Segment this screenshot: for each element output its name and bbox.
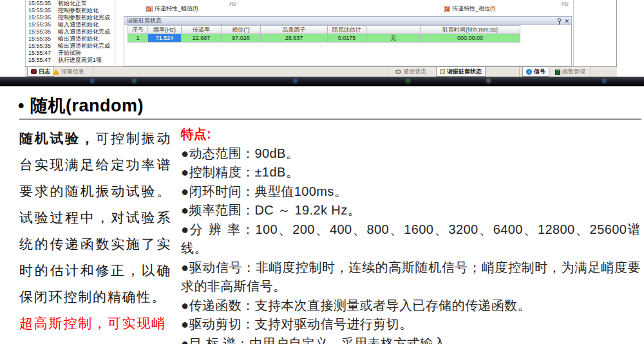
signal-info-icon: i: [526, 69, 532, 75]
log-time: 15:55:35: [28, 21, 54, 28]
log-message: 开始试验: [58, 50, 81, 57]
log-entry: 15:55:35输入通道初始化: [26, 21, 115, 28]
feature-item: ●目 标 谱：由用户自定义，采用表格方式输入: [181, 334, 641, 344]
log-time: 15:55:47: [28, 57, 54, 64]
cell-phase[interactable]: 97.028: [222, 34, 261, 43]
feature-item: ●动态范围：90dB。: [181, 144, 641, 164]
cell-index[interactable]: 1: [128, 34, 148, 43]
log-entry: 15:55:35控制参数初始化完成: [26, 14, 115, 21]
cell-transmissibility[interactable]: 22.667: [182, 34, 222, 43]
log-icon: [31, 69, 37, 74]
log-entry: 15:55:35输入通道初始化完成: [26, 28, 115, 35]
tab-label: 函数管理: [562, 68, 585, 76]
cell-frequency-selected[interactable]: 71.524: [148, 34, 182, 43]
log-message: 控制参数初始化: [58, 7, 99, 14]
log-time: 15:55:35: [28, 0, 54, 7]
intro-column: 随机试验，可控制振动台实现满足给定功率谱要求的随机振动试验。试验过程中，对试验系…: [19, 125, 171, 336]
feature-item: ●控制精度：±1dB。: [181, 163, 641, 182]
tab-function-manager[interactable]: 函数管理: [552, 67, 589, 77]
intro-body-text: 可控制振动台实现满足给定功率谱要求的随机振动试验。试验过程中，对试验系统的传递函…: [19, 131, 171, 304]
log-message: 输出通道初始化: [58, 35, 99, 43]
intro-highlight-red: 超高斯控制，可实现峭: [19, 310, 171, 336]
phase-legend-label: 传递特性_相位(f): [452, 5, 496, 13]
tab-label: 日志: [39, 68, 50, 76]
tab-signal[interactable]: i 信号: [522, 67, 549, 77]
col-header[interactable]: [366, 26, 421, 34]
taskbar-item-icon[interactable]: [132, 79, 137, 83]
table-row: 1 71.524 22.667 97.028 28.637 0.0175 无 0…: [128, 34, 520, 43]
log-message: 控制参数初始化完成: [58, 14, 110, 21]
cell-extra[interactable]: 无: [366, 34, 421, 43]
resonance-status-icon: [440, 69, 445, 74]
empty-side-panel: [573, 0, 617, 66]
tab-label: 报警信息: [61, 68, 84, 76]
panel-titlebar: 谐振驻留状态 ✕: [124, 17, 571, 25]
tab-label: 谐振驻留状态: [447, 68, 482, 76]
cell-dwell-time[interactable]: 000:00:00: [421, 34, 520, 43]
feature-item: ●频率范围：DC ～ 19.2k Hz。: [181, 201, 641, 220]
log-time: 15:55:35: [28, 7, 54, 14]
log-time: 15:55:35: [28, 28, 54, 35]
table-header-row: 序号 频率(Hz) 传递率 相位(°) 品质因子 阻尼比估计 驻留时间(hhh:…: [128, 26, 520, 34]
channel-status-icon: [395, 70, 401, 74]
close-icon[interactable]: ✕: [564, 18, 569, 24]
panel-title: 谐振驻留状态: [127, 17, 162, 24]
software-screenshot: 15:55:35初始化正常 15:55:35控制参数初始化 15:55:35控制…: [0, 0, 644, 86]
section-title-text: 随机(random): [30, 96, 144, 115]
log-entry: 15:55:35初始化正常: [26, 0, 115, 7]
log-message: 输出通道初始化完成: [58, 43, 110, 50]
features-column: 特点: ●动态范围：90dB。 ●控制精度：±1dB。 ●闭环时间：典型值100…: [181, 125, 641, 344]
taskbar-item-icon[interactable]: [90, 79, 95, 83]
x-axis-unit-left: Hz: [229, 1, 236, 7]
x-axis-unit-right: Hz: [562, 1, 569, 7]
log-message: 执行进度表第1项: [58, 57, 102, 64]
feature-item: ●分 辨 率：100、200、400、800、1600、3200、6400、12…: [181, 220, 641, 258]
log-time: 15:55:35: [28, 43, 54, 50]
bullet-marker: •: [18, 96, 24, 115]
tab-channel-status[interactable]: 通道状态: [392, 67, 430, 77]
feature-item: ●传递函数：支持本次直接测量或者导入已存储的传递函数。: [181, 296, 641, 316]
resonance-dwell-panel: 谐振驻留状态 ✕ 序号 频率(Hz) 传递率 相位(°) 品质因子 阻尼比估计 …: [124, 16, 572, 66]
taskbar-item-icon[interactable]: [486, 79, 491, 83]
log-entry: 15:55:35输出通道初始化完成: [26, 43, 115, 50]
page: 15:55:35初始化正常 15:55:35控制参数初始化 15:55:35控制…: [0, 0, 644, 344]
tab-alarm-info[interactable]: 报警信息: [50, 67, 88, 77]
col-header[interactable]: 序号: [128, 26, 148, 34]
col-header[interactable]: 品质因子: [261, 26, 328, 34]
intro-lead-bold: 随机试验，: [19, 131, 95, 146]
resonance-table: 序号 频率(Hz) 传递率 相位(°) 品质因子 阻尼比估计 驻留时间(hhh:…: [128, 25, 520, 43]
section-title: •随机(random): [18, 94, 144, 117]
col-header[interactable]: 阻尼比估计: [328, 26, 366, 34]
tab-label: 信号: [534, 68, 545, 76]
taskbar-item-icon[interactable]: [406, 79, 410, 83]
dock-tabstrip: 日志 报警信息 通道状态 谐振驻留状态 i 信号: [25, 66, 617, 77]
phase-checkbox[interactable]: ✓: [444, 6, 450, 12]
feature-item: ●驱动信号：非峭度控制时，连续的高斯随机信号；峭度控制时，为满足峭度要求的非高斯…: [181, 258, 641, 296]
col-header[interactable]: 频率(Hz): [148, 26, 182, 34]
warning-icon: [53, 69, 59, 75]
log-entry: 15:55:47开始试验: [26, 50, 115, 57]
log-time: 15:55:35: [28, 35, 54, 43]
function-manager-icon: [555, 70, 560, 75]
log-time: 15:55:47: [28, 50, 54, 57]
log-message: 输入通道初始化: [58, 21, 99, 28]
col-header[interactable]: 驻留时间(hhh:mm:ss): [421, 26, 520, 34]
log-entry: 15:55:35输出通道初始化: [26, 35, 115, 43]
taskbar-item-icon[interactable]: [602, 79, 607, 83]
amplitude-checkbox[interactable]: ✓: [146, 6, 153, 12]
log-entry: 15:55:47执行进度表第1项: [26, 57, 115, 64]
log-entry: 15:55:35控制参数初始化: [26, 7, 115, 14]
pin-icon[interactable]: [557, 18, 562, 24]
windows-taskbar: [0, 77, 644, 86]
taskbar-item-icon[interactable]: [293, 79, 298, 83]
cell-q-factor[interactable]: 28.637: [261, 34, 328, 43]
log-message: 输入通道初始化完成: [58, 28, 110, 35]
log-panel: 15:55:35初始化正常 15:55:35控制参数初始化 15:55:35控制…: [25, 0, 115, 66]
feature-item: ●闭环时间：典型值100ms。: [181, 182, 641, 202]
col-header[interactable]: 相位(°): [222, 26, 261, 34]
cell-damping-ratio[interactable]: 0.0175: [328, 34, 366, 43]
col-header[interactable]: 传递率: [182, 26, 222, 34]
amplitude-legend-label: 传递特性_幅值(f): [155, 5, 198, 13]
tab-resonance-dwell-status[interactable]: 谐振驻留状态: [436, 67, 486, 77]
intro-paragraph: 随机试验，可控制振动台实现满足给定功率谱要求的随机振动试验。试验过程中，对试验系…: [19, 125, 171, 310]
